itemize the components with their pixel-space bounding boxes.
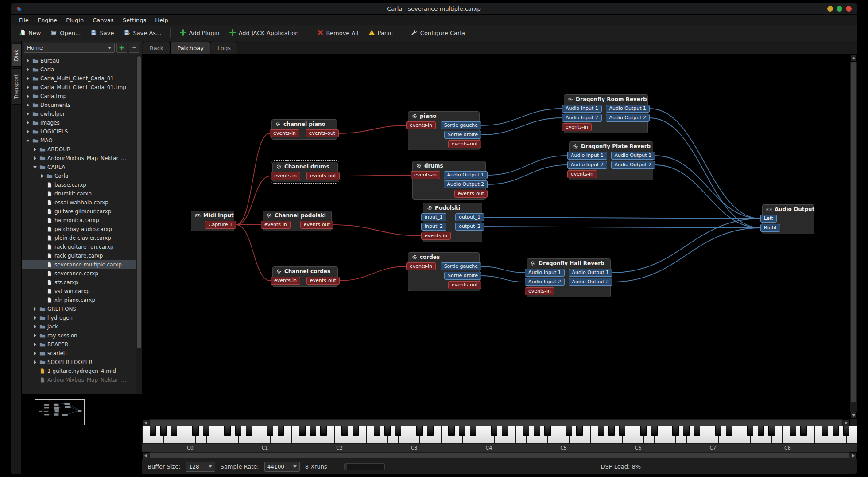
tree-item[interactable]: ARDOUR	[22, 145, 142, 154]
canvas-vertical-scrollbar[interactable]	[850, 55, 857, 419]
piano-black-key[interactable]	[822, 426, 828, 436]
chevron-right-icon[interactable]	[25, 102, 31, 108]
piano-black-key[interactable]	[320, 426, 326, 436]
tree-item[interactable]: dwhelper	[22, 109, 142, 118]
scrollbar-thumb[interactable]	[851, 62, 856, 402]
chevron-right-icon[interactable]	[25, 94, 31, 99]
tree-item[interactable]: MAO	[22, 136, 142, 145]
piano-black-key[interactable]	[267, 426, 273, 436]
patchbay-node-channel-piano[interactable]: channel pianoevents-inevents-out	[271, 119, 337, 140]
port-left[interactable]: Left	[760, 215, 777, 223]
chevron-right-icon[interactable]	[32, 342, 38, 347]
tree-item[interactable]: Images	[22, 118, 142, 127]
port-output_2[interactable]: output_2	[455, 223, 484, 231]
port-audio-output-1[interactable]: Audio Output 1	[569, 269, 612, 277]
port-audio-output-1[interactable]: Audio Output 1	[606, 105, 650, 113]
piano-black-key[interactable]	[523, 426, 529, 436]
patchbay-canvas[interactable]: Midi InputCapture 1channel pianoevents-i…	[142, 55, 850, 419]
port-events-in[interactable]: events-in	[567, 170, 597, 178]
title-bar[interactable]: Carla - severance multiple.carxp	[11, 3, 857, 15]
piano-black-key[interactable]	[341, 426, 348, 436]
patchbay-node-piano[interactable]: pianoevents-inSortie gaucheSortie droite…	[408, 111, 480, 150]
chevron-right-icon[interactable]	[32, 306, 38, 312]
location-select[interactable]: Home	[24, 43, 115, 53]
patchbay-node-midi-input[interactable]: Midi InputCapture 1	[191, 211, 234, 231]
scrollbar-thumb[interactable]	[150, 453, 849, 458]
tree-item[interactable]: severance multiple.carxp	[22, 260, 142, 269]
piano-black-key[interactable]	[459, 426, 465, 436]
chevron-right-icon[interactable]	[25, 129, 31, 134]
port-events-in[interactable]: events-in	[406, 262, 436, 270]
piano-black-key[interactable]	[800, 426, 806, 436]
piano-black-key[interactable]	[160, 426, 167, 436]
port-events-in[interactable]: events-in	[261, 221, 291, 229]
piano-black-key[interactable]	[758, 426, 764, 436]
scrollbar-track[interactable]	[850, 62, 857, 412]
tree-item[interactable]: Carla	[22, 65, 142, 74]
piano-black-key[interactable]	[576, 426, 582, 436]
port-capture-1[interactable]: Capture 1	[205, 221, 236, 229]
side-tab-disk[interactable]: Disk	[12, 44, 21, 67]
tree-item[interactable]: Carla.tmp	[22, 92, 142, 101]
chevron-right-icon[interactable]	[32, 324, 38, 329]
tree-item[interactable]: patchbay audio.carxp	[22, 225, 142, 234]
scrollbar-track[interactable]	[149, 452, 850, 459]
piano-black-key[interactable]	[534, 426, 540, 436]
piano-black-key[interactable]	[150, 426, 156, 436]
tab-patchbay[interactable]: Patchbay	[170, 42, 210, 54]
piano-black-key[interactable]	[310, 426, 316, 436]
piano-black-key[interactable]	[768, 426, 775, 436]
port-events-out[interactable]: events-out	[306, 277, 340, 285]
piano-black-key[interactable]	[246, 426, 252, 436]
piano-black-key[interactable]	[491, 426, 497, 436]
piano-black-key[interactable]	[672, 426, 678, 436]
port-audio-input-2[interactable]: Audio Input 2	[567, 161, 607, 169]
tree-item[interactable]: LOGICIELS	[22, 127, 142, 136]
chevron-right-icon[interactable]	[25, 120, 31, 125]
port-audio-input-2[interactable]: Audio Input 2	[562, 114, 602, 122]
piano-black-key[interactable]	[224, 426, 230, 436]
port-audio-output-2[interactable]: Audio Output 2	[606, 114, 650, 122]
minimize-button[interactable]	[827, 6, 833, 12]
menu-settings[interactable]: Settings	[118, 16, 151, 24]
tree-item[interactable]: ray session	[22, 331, 142, 340]
chevron-right-icon[interactable]	[32, 351, 38, 356]
piano-black-key[interactable]	[608, 426, 615, 436]
piano-black-key[interactable]	[843, 426, 849, 436]
new-button[interactable]: New	[15, 27, 45, 39]
port-events-in[interactable]: events-in	[406, 121, 436, 129]
piano-black-key[interactable]	[544, 426, 550, 436]
configure-carla-button[interactable]: Configure Carla	[407, 27, 469, 39]
add-button[interactable]	[116, 43, 127, 53]
port-audio-output-1[interactable]: Audio Output 1	[611, 152, 655, 160]
port-input_1[interactable]: input_1	[421, 213, 446, 221]
patchbay-node-audio-output[interactable]: Audio OutputLeftRight	[762, 204, 814, 234]
piano-black-key[interactable]	[171, 426, 177, 436]
port-events-out[interactable]: events-out	[306, 172, 340, 180]
close-button[interactable]	[846, 6, 852, 12]
minimap[interactable]	[35, 399, 85, 425]
scrollbar-thumb[interactable]	[137, 56, 141, 348]
patchbay-node-hall[interactable]: Dragonfly Hall ReverbAudio Input 1Audio …	[527, 258, 611, 297]
sample-rate-select[interactable]: 44100	[264, 462, 300, 472]
tree-item[interactable]: GREFFONS	[22, 305, 142, 313]
add-jack-application-button[interactable]: Add JACK Application	[225, 27, 303, 39]
tree-item[interactable]: Bureau	[22, 56, 142, 65]
save-button[interactable]: Save	[86, 27, 118, 39]
piano-black-key[interactable]	[384, 426, 391, 436]
piano-black-key[interactable]	[502, 426, 508, 436]
port-events-in[interactable]: events-in	[411, 171, 440, 179]
piano-keys[interactable]	[142, 426, 857, 444]
patchbay-node-cordes[interactable]: cordesevents-inSortie gaucheSortie droit…	[408, 252, 480, 291]
port-sortie-droite[interactable]: Sortie droite	[444, 272, 481, 280]
scroll-down-button[interactable]	[850, 412, 857, 419]
patchbay-node-drums[interactable]: drumsevents-inAudio Output 1Audio Output…	[412, 161, 486, 200]
port-events-in[interactable]: events-in	[421, 232, 451, 240]
chevron-right-icon[interactable]	[32, 156, 38, 161]
port-events-in[interactable]: events-in	[270, 129, 299, 137]
piano-black-key[interactable]	[566, 426, 572, 436]
piano-black-key[interactable]	[694, 426, 700, 436]
piano-black-key[interactable]	[715, 426, 721, 436]
port-sortie-gauche[interactable]: Sortie gauche	[441, 262, 481, 270]
port-audio-input-1[interactable]: Audio Input 1	[562, 105, 602, 113]
